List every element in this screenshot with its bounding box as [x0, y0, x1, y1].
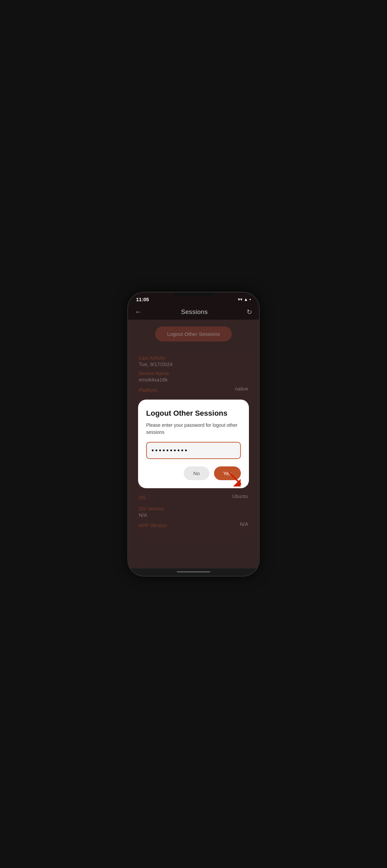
refresh-button[interactable]: ↻	[246, 308, 252, 316]
password-input[interactable]	[151, 446, 236, 454]
notch	[173, 292, 214, 296]
dialog-message: Please enter your password for logout ot…	[146, 422, 241, 436]
nav-bar: ← Sessions ↻	[128, 304, 259, 320]
password-input-wrap	[146, 442, 241, 459]
logout-dialog: Logout Other Sessions Please enter your …	[138, 400, 249, 488]
home-bar	[177, 571, 210, 572]
phone-frame: 11:05 ▾▾ ▲ ▪ ← Sessions ↻ Logout Other S…	[128, 292, 259, 576]
arrow-pointer-icon	[227, 470, 247, 490]
wifi-icon: ▾▾	[238, 297, 242, 302]
battery-icon: ▪	[249, 297, 251, 302]
page-title: Sessions	[181, 308, 208, 316]
signal-icon: ▲	[244, 297, 248, 302]
back-button[interactable]: ←	[135, 308, 142, 316]
status-icons: ▾▾ ▲ ▪	[238, 297, 251, 302]
home-indicator	[128, 568, 259, 576]
main-content: Logout Other Sessions Last Activity Tue,…	[128, 320, 259, 568]
no-button[interactable]: No	[184, 466, 209, 480]
dialog-actions: No Yes	[146, 466, 241, 480]
dialog-title: Logout Other Sessions	[146, 409, 241, 418]
status-time: 11:05	[136, 297, 149, 302]
modal-overlay: Logout Other Sessions Please enter your …	[128, 320, 259, 568]
